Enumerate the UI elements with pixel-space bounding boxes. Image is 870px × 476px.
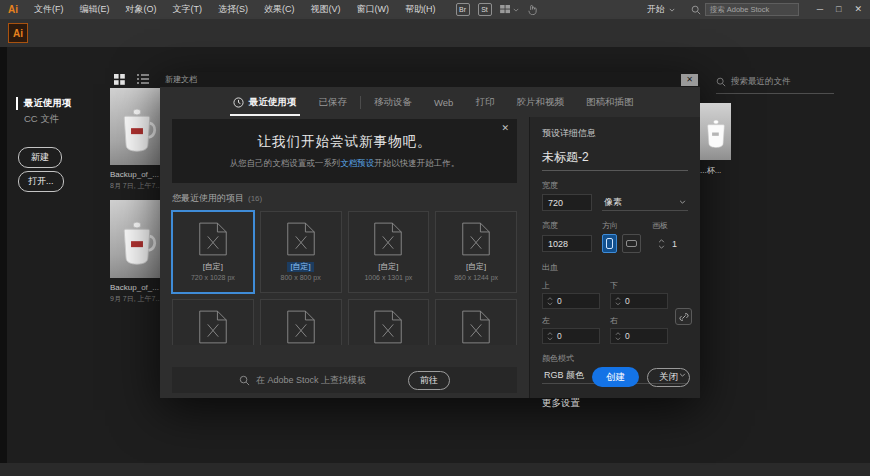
artboards-value[interactable]: 1 [672, 239, 677, 249]
new-button[interactable]: 新建 [18, 147, 62, 168]
adobe-stock-search[interactable]: 搜索 Adobe Stock [691, 3, 799, 16]
file-date: 8月 7日, 上午7... [110, 181, 164, 191]
height-input[interactable]: 1028 [542, 235, 592, 252]
stock-icon[interactable]: St [478, 3, 492, 16]
dialog-titlebar: 新建文档 ✕ [160, 72, 700, 87]
stepper-down-icon [658, 245, 665, 249]
bleed-link-icon[interactable] [675, 308, 692, 325]
tab-film-video[interactable]: 胶片和视频 [505, 87, 575, 117]
banner-close-icon[interactable]: ✕ [501, 123, 509, 133]
tab-art-illustration[interactable]: 图稿和插图 [575, 87, 645, 117]
preset-size: 1006 x 1301 px [364, 274, 412, 281]
menu-effect[interactable]: 效果(C) [256, 0, 303, 19]
menu-object[interactable]: 对象(O) [118, 0, 165, 19]
orientation-portrait-icon[interactable] [602, 234, 617, 253]
more-settings-link[interactable]: 更多设置 [542, 397, 688, 410]
file-name: ...杯... [700, 165, 731, 176]
dialog-close-button[interactable]: ✕ [681, 74, 698, 86]
bleed-right-input[interactable]: 0 [610, 328, 668, 344]
preset-card[interactable] [172, 299, 254, 345]
preset-card[interactable]: [自定] 1006 x 1301 px [348, 211, 430, 293]
ai-logo-small: Ai [8, 4, 18, 15]
menu-select[interactable]: 选择(S) [210, 0, 256, 19]
bleed-bottom-input[interactable]: 0 [610, 293, 668, 309]
preset-card[interactable]: [自定] 800 x 800 px [260, 211, 342, 293]
bleed-left-input[interactable]: 0 [542, 328, 600, 344]
document-preset-icon [286, 221, 316, 257]
banner-title: 让我们开始尝试新事物吧。 [172, 119, 517, 151]
tab-recent[interactable]: 最近使用项 [222, 87, 308, 117]
go-button[interactable]: 前往 [408, 371, 450, 390]
arrange-documents-icon[interactable] [500, 5, 519, 14]
preset-label: [自定] [378, 262, 398, 272]
menu-edit[interactable]: 编辑(E) [72, 0, 118, 19]
close-dialog-button[interactable]: 关闭 [647, 368, 690, 387]
document-preset-icon [198, 309, 228, 345]
cup-image [701, 110, 731, 160]
menu-window[interactable]: 窗口(W) [349, 0, 398, 19]
preset-label: [自定] [203, 262, 223, 272]
preset-size: 800 x 800 px [281, 274, 321, 281]
minimize-button[interactable]: ─ [817, 0, 823, 19]
document-preset-icon [461, 221, 491, 257]
stock-search-input[interactable]: 搜索 Adobe Stock [705, 3, 799, 16]
document-preset-icon [198, 221, 228, 257]
stock-template-search-row: 在 Adobe Stock 上查找模板 前往 [172, 367, 517, 393]
touch-workspace-icon[interactable] [527, 4, 538, 15]
menu-file[interactable]: 文件(F) [26, 0, 72, 19]
start-workspace-switcher[interactable]: 开始 [647, 3, 675, 16]
recent-file-card[interactable]: ...杯... [700, 103, 731, 176]
document-preset-icon [286, 309, 316, 345]
recent-items-count: (16) [248, 194, 262, 203]
bleed-left-label: 左 [542, 315, 600, 326]
menu-type[interactable]: 文字(T) [165, 0, 211, 19]
tab-saved[interactable]: 已保存 [308, 87, 359, 117]
recent-file-card[interactable]: Backup_of_... 8月 7日, 上午7... [110, 88, 164, 191]
recent-search-placeholder: 搜索最近的文件 [731, 76, 791, 88]
recent-files-search[interactable]: 搜索最近的文件 [716, 76, 834, 94]
bleed-bottom-label: 下 [610, 280, 668, 291]
chevron-down-icon [679, 200, 686, 204]
recent-file-card[interactable]: Backup_of_... 9月 7日, 上午7... [110, 200, 164, 304]
tab-mobile[interactable]: 移动设备 [363, 87, 423, 117]
document-name-field[interactable]: 未标题-2 [542, 149, 688, 171]
search-icon [239, 375, 250, 386]
tab-print[interactable]: 打印 [464, 87, 505, 117]
search-icon [716, 77, 726, 87]
sidebar-item-recent[interactable]: 最近使用项 [16, 97, 72, 110]
file-thumbnail-teapot [110, 200, 164, 278]
preset-card-selected[interactable]: [自定] 720 x 1028 px [172, 211, 254, 293]
teapot-image [114, 212, 160, 278]
preset-card[interactable] [435, 299, 517, 345]
bridge-icon[interactable]: Br [456, 3, 470, 16]
app-bar: Ai [0, 19, 870, 47]
grid-view-icon[interactable] [114, 74, 125, 85]
recent-items-heading: 您最近使用的项目(16) [172, 192, 517, 205]
artboards-stepper[interactable] [658, 239, 665, 249]
color-mode-label: 颜色模式 [542, 353, 688, 364]
bleed-top-input[interactable]: 0 [542, 293, 600, 309]
close-window-button[interactable]: ✕ [854, 0, 862, 19]
unit-dropdown[interactable]: 像素 [602, 194, 688, 211]
file-date: 9月 7日, 上午7... [110, 294, 164, 304]
document-presets-link[interactable]: 文档预设 [340, 158, 374, 168]
preset-card[interactable] [260, 299, 342, 345]
preset-card[interactable] [348, 299, 430, 345]
menu-view[interactable]: 视图(V) [303, 0, 349, 19]
tab-web[interactable]: Web [423, 87, 464, 117]
open-button[interactable]: 打开... [18, 171, 64, 192]
width-input[interactable]: 720 [542, 194, 592, 211]
sidebar-item-cc-files[interactable]: CC 文件 [24, 113, 59, 126]
maximize-button[interactable]: □ [836, 0, 841, 19]
file-thumbnail-teapot [110, 88, 164, 165]
stock-template-search-input[interactable]: 在 Adobe Stock 上查找模板 [256, 374, 366, 387]
orientation-landscape-icon[interactable] [622, 234, 641, 253]
menu-help[interactable]: 帮助(H) [397, 0, 444, 19]
bleed-grid: 上 下 0 0 左 右 0 [542, 276, 688, 344]
create-button[interactable]: 创建 [592, 367, 639, 387]
left-edge-strip [0, 47, 7, 463]
preset-label: [自定] [287, 262, 313, 272]
list-view-icon[interactable] [137, 74, 149, 84]
preset-card[interactable]: [自定] 860 x 1244 px [435, 211, 517, 293]
preset-label: [自定] [466, 262, 486, 272]
